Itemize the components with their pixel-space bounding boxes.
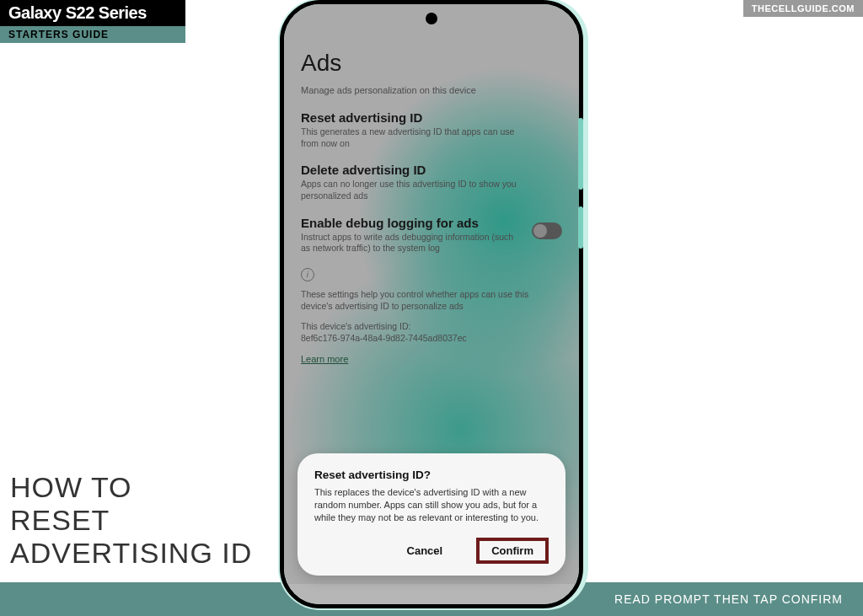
site-watermark: THECELLGUIDE.COM [743,0,863,17]
camera-notch [426,13,437,24]
instruction-text: READ PROMPT THEN TAP CONFIRM [614,592,843,606]
phone-frame: Ads Manage ads personalization on this d… [280,0,583,608]
series-badge: Galaxy S22 Series [0,0,185,26]
confirm-button[interactable]: Confirm [488,543,537,559]
power-button[interactable] [578,206,583,249]
guide-badge: STARTERS GUIDE [0,26,185,43]
tutorial-title-line: RESET [10,504,252,537]
dialog-title: Reset advertising ID? [314,469,549,481]
confirm-highlight: Confirm [476,538,549,564]
tutorial-title-line: ADVERTISING ID [10,537,252,570]
android-nav-bar[interactable] [284,584,579,604]
header-badge: Galaxy S22 Series STARTERS GUIDE [0,0,185,43]
dialog-actions: Cancel Confirm [314,538,549,564]
cancel-button[interactable]: Cancel [395,538,455,564]
reset-ad-id-dialog: Reset advertising ID? This replaces the … [297,453,566,576]
dialog-body: This replaces the device's advertising I… [314,486,549,524]
tutorial-title-line: HOW TO [10,471,252,504]
tutorial-title: HOW TO RESET ADVERTISING ID [10,471,252,570]
volume-button[interactable] [578,118,583,190]
